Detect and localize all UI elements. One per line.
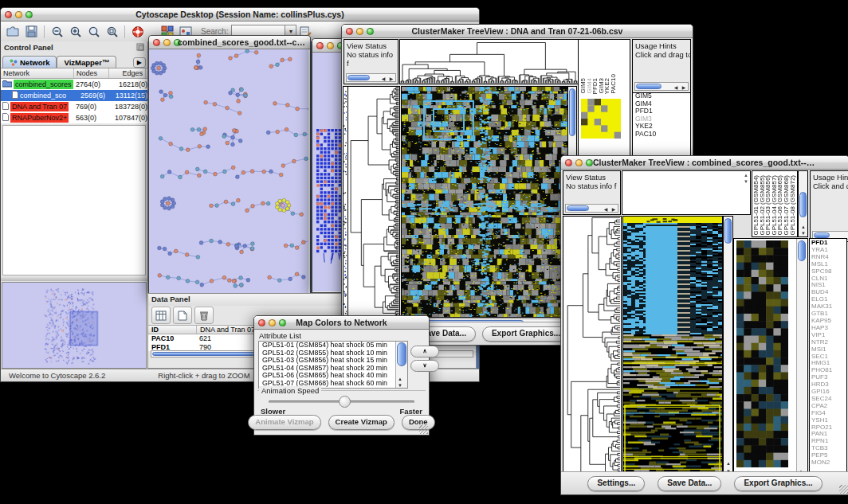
tv2-zoom-heatmap[interactable]	[736, 240, 788, 467]
minimize-button[interactable]	[575, 159, 583, 166]
scroll-thumb[interactable]	[347, 75, 370, 80]
tv2-zoom-vscrollbar[interactable]: ▲▼	[796, 239, 807, 481]
tv2-labels-vscrollbar[interactable]: ▲▼	[798, 170, 808, 237]
open-session-icon[interactable]	[5, 24, 22, 40]
panel-splitter[interactable]	[1, 277, 147, 281]
col-nodes[interactable]: Nodes	[74, 68, 109, 78]
network-name-cell[interactable]: combined_sco	[1, 91, 80, 100]
tv1-column-label[interactable]: PAC10	[610, 74, 617, 94]
tv2-column-label[interactable]: GPL51-08 (GSM872)	[790, 175, 796, 236]
close-button[interactable]	[153, 39, 160, 46]
minimize-button[interactable]	[327, 42, 334, 49]
col-edges[interactable]: Edges	[109, 68, 146, 78]
network-table-row[interactable]: combined_scores2764(0)16218(0)	[1, 79, 147, 90]
network-table-row[interactable]: RNAPuberNov2+563(0)107847(0)	[1, 112, 147, 123]
scroll-thumb[interactable]	[397, 342, 406, 366]
select-attributes-icon[interactable]	[151, 307, 171, 324]
minimize-button[interactable]	[163, 39, 171, 46]
tv2-gene-list[interactable]: PFD1YRA1RNR4MSL1SPC98CLN1NIS1BUD4ELG1MAK…	[811, 240, 846, 480]
more-tabs-button[interactable]: ▶	[133, 57, 146, 68]
zoom-fit-icon[interactable]	[104, 24, 120, 40]
animation-speed-slider[interactable]	[269, 400, 414, 403]
tv1-heatmap-pane[interactable]	[401, 86, 568, 318]
tv1-heatmap[interactable]	[402, 87, 567, 317]
tv1-button-export-graphics-[interactable]: Export Graphics...	[482, 326, 570, 342]
network-edges: 16218(0)	[111, 80, 147, 88]
resize-grip[interactable]	[839, 485, 848, 494]
tab-network[interactable]: Network	[2, 56, 57, 68]
scroll-thumb[interactable]	[798, 240, 806, 261]
scroll-thumb[interactable]	[567, 205, 589, 211]
tv1-gene-label[interactable]: PAC10	[635, 131, 689, 139]
close-button[interactable]	[316, 42, 324, 49]
minimize-button[interactable]	[356, 28, 363, 35]
attribute-list-scrollbar[interactable]: ▲▼	[395, 342, 407, 388]
float-panel-icon[interactable]	[136, 43, 144, 53]
network-name-cell[interactable]: DNA and Tran 07	[1, 102, 76, 111]
tv2-heatmap-vscrollbar[interactable]: ▲▼	[723, 216, 733, 482]
move-up-button[interactable]: ∧	[410, 346, 439, 357]
zoom-button[interactable]	[586, 159, 593, 166]
birdseye-overview[interactable]	[2, 282, 147, 369]
network-view-title-bar[interactable]: combined_scores_good.txt--cluste...	[149, 36, 310, 49]
close-button[interactable]	[565, 159, 572, 166]
network-tree-empty-area[interactable]	[2, 125, 146, 275]
save-session-icon[interactable]	[23, 24, 40, 40]
tv2-status-hscrollbar[interactable]: ◀▶	[565, 204, 618, 213]
main-title-bar[interactable]: Cytoscape Desktop (Session Name: collins…	[1, 8, 479, 21]
tv1-row-dendrogram-pane[interactable]	[347, 86, 400, 318]
help-lifering-icon[interactable]	[129, 24, 146, 40]
zoom-in-icon[interactable]	[67, 24, 84, 40]
tv1-minimap-heatmap[interactable]	[581, 99, 621, 139]
col-network[interactable]: Network	[1, 68, 74, 78]
col-id[interactable]: ID	[148, 326, 197, 334]
new-attribute-icon[interactable]	[173, 307, 192, 324]
usage-hints-label: Usage Hints	[635, 41, 688, 50]
tv2-button-save-data-[interactable]: Save Data...	[658, 476, 721, 491]
minimize-button[interactable]	[15, 11, 22, 18]
dialog-title-bar[interactable]: Map Colors to Network	[254, 316, 429, 330]
scroll-thumb[interactable]	[724, 218, 732, 244]
tv1-status-hscrollbar[interactable]: ◀▶	[346, 73, 396, 82]
network-table-row[interactable]: DNA and Tran 07769(0)183728(0)	[1, 101, 147, 112]
done-button[interactable]: Done	[402, 415, 435, 430]
create-vizmap-button[interactable]: Create Vizmap	[328, 415, 395, 430]
tv2-heatmap[interactable]	[623, 217, 722, 481]
zoom-selected-icon[interactable]	[85, 24, 102, 40]
close-button[interactable]	[258, 319, 265, 326]
tv2-row-dendrogram-pane[interactable]	[563, 216, 622, 482]
tv2-button-settings-[interactable]: Settings...	[587, 476, 645, 491]
zoom-button[interactable]	[367, 28, 374, 35]
scroll-thumb[interactable]	[814, 232, 830, 238]
tv1-row-dendrogram[interactable]	[348, 87, 399, 317]
scroll-thumb[interactable]	[799, 192, 807, 217]
resize-grip[interactable]	[419, 425, 428, 434]
tv1-column-dendrogram-pane[interactable]	[399, 39, 579, 84]
delete-attribute-icon[interactable]	[194, 307, 214, 324]
tv2-gene-label[interactable]: MON2	[811, 459, 846, 467]
zoom-out-icon[interactable]	[49, 24, 65, 40]
close-button[interactable]	[346, 28, 353, 35]
scroll-thumb[interactable]	[569, 88, 575, 136]
attribute-list[interactable]: GPL51-01 (GSM854) heat shock 05 minGPL51…	[258, 341, 408, 389]
network-table-row[interactable]: combined_sco2569(6)13112(15)	[1, 90, 147, 101]
scroll-thumb[interactable]	[636, 84, 662, 89]
tv1-hints-hscrollbar[interactable]: ◀▶	[634, 82, 689, 91]
tab-vizmapper[interactable]: VizMapper™	[57, 56, 116, 68]
treeview1-title-bar[interactable]: ClusterMaker TreeView : DNA and Tran 07-…	[342, 25, 693, 38]
tv2-column-tree-pane[interactable]: ▲▼	[622, 170, 751, 215]
zoom-button[interactable]	[26, 11, 33, 18]
treeview2-title-bar[interactable]: ClusterMaker TreeView : combined_scores_…	[561, 156, 848, 170]
network-name-cell[interactable]: RNAPuberNov2+	[1, 113, 76, 123]
tv2-button-export-graphics-[interactable]: Export Graphics...	[734, 476, 822, 491]
network-canvas[interactable]	[149, 49, 308, 293]
tv2-row-dendrogram[interactable]	[563, 217, 621, 481]
tv1-column-dendrogram[interactable]	[400, 40, 578, 84]
slider-knob[interactable]	[339, 396, 351, 408]
tv2-heatmap-pane[interactable]	[622, 216, 723, 482]
move-down-button[interactable]: ∨	[410, 360, 439, 372]
close-button[interactable]	[5, 11, 12, 18]
network-name-cell[interactable]: combined_scores	[1, 80, 76, 89]
animate-vizmap-button[interactable]: Animate Vizmap	[248, 415, 320, 430]
tv2-zoom-pane[interactable]: ▲▼	[733, 238, 808, 482]
